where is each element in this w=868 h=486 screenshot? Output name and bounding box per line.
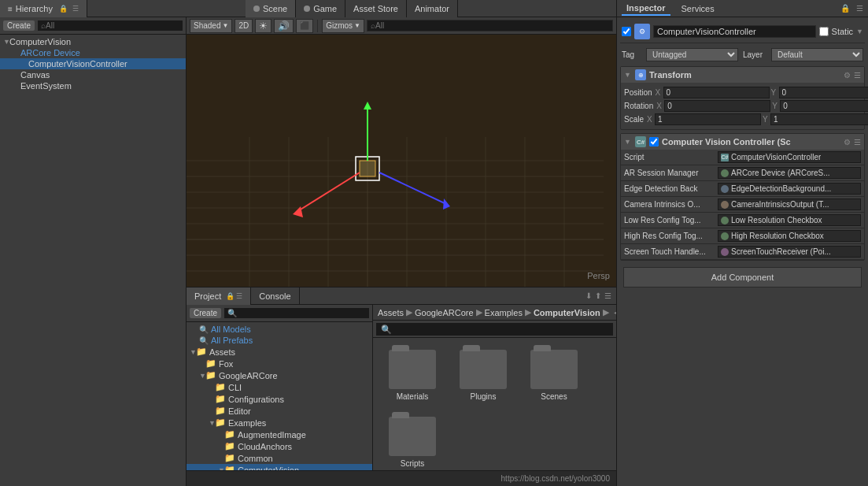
arsession-value[interactable]: ARCore Device (ARCoreS... xyxy=(718,167,861,179)
folder-scripts[interactable]: Scripts xyxy=(385,417,440,468)
sidebar-item-cloudanchors[interactable]: 📁 CloudAnchors xyxy=(187,440,372,452)
inspector-menu-icon[interactable]: ☰ xyxy=(856,4,863,13)
folder-scenes-label: Scenes xyxy=(541,392,567,401)
camera-value[interactable]: CameraIntrinsicsOutput (T... xyxy=(718,198,861,210)
object-name-input[interactable] xyxy=(653,25,816,38)
configurations-label: Configurations xyxy=(228,395,284,404)
tree-item-computervision[interactable]: ▼ ComputerVision xyxy=(0,36,186,47)
comp-settings-icon[interactable]: ⚙ xyxy=(844,138,851,147)
gizmos-dropdown[interactable]: Gizmos ▼ xyxy=(322,19,364,33)
menu-icon[interactable]: ☰ xyxy=(604,291,611,300)
tab-console[interactable]: Console xyxy=(251,288,299,305)
tag-dropdown[interactable]: Untagged xyxy=(646,48,738,61)
maximize-icon[interactable]: ⬆ xyxy=(595,291,601,300)
script-value[interactable]: C# ComputerVisionController xyxy=(718,151,861,163)
comp-enable-checkbox[interactable] xyxy=(649,137,659,147)
project-sidebar: Create 🔍 All Models 🔍 All Prefabs xyxy=(187,305,373,470)
content-search[interactable] xyxy=(376,323,613,336)
sidebar-item-editor[interactable]: 📁 Editor xyxy=(187,405,372,417)
tree-item-canvas[interactable]: Canvas xyxy=(0,69,186,80)
edge-value[interactable]: EdgeDetectionBackground... xyxy=(718,183,861,195)
folder-scenes[interactable]: Scenes xyxy=(526,350,582,401)
object-header: ⚙ Static ▼ xyxy=(620,20,865,43)
object-active-checkbox[interactable] xyxy=(622,27,631,36)
pos-y-input[interactable]: 0 xyxy=(779,87,868,98)
scene-search[interactable] xyxy=(367,20,613,32)
path-assets[interactable]: Assets xyxy=(378,308,404,317)
sidebar-item-configurations[interactable]: 📁 Configurations xyxy=(187,393,372,405)
project-create-btn[interactable]: Create xyxy=(190,308,221,318)
tree-item-cvcontroller[interactable]: ComputerVisionController xyxy=(0,58,186,69)
touch-value[interactable]: ScreenTouchReceiver (Poi... xyxy=(718,246,861,258)
lowres-value-text: Low Resolution Checkbox xyxy=(731,216,822,224)
scale-x-input[interactable]: 1 xyxy=(655,113,761,125)
folder-materials[interactable]: Materials xyxy=(385,350,440,401)
path-examples[interactable]: Examples xyxy=(485,308,523,317)
bottom-panels: Project 🔒 ☰ Console ⬇ ⬆ ☰ xyxy=(187,287,616,486)
tab-services-label: Services xyxy=(681,4,715,13)
tab-inspector[interactable]: Inspector xyxy=(622,2,670,16)
tab-asset-store[interactable]: Asset Store xyxy=(345,0,407,17)
sidebar-item-computervision[interactable]: ▼ 📁 ComputerVision xyxy=(187,464,372,470)
lowres-value[interactable]: Low Resolution Checkbox xyxy=(718,214,861,226)
lighting-btn[interactable]: ☀ xyxy=(255,19,271,33)
folder-plugins[interactable]: Plugins xyxy=(456,350,511,401)
tab-animator[interactable]: Animator xyxy=(407,0,458,17)
scale-y-input[interactable]: 1 xyxy=(770,113,868,125)
layer-dropdown[interactable]: Default xyxy=(771,48,863,61)
tree-label-eventsystem: EventSystem xyxy=(20,81,72,91)
scene-dot xyxy=(253,6,260,12)
tab-services[interactable]: Services xyxy=(677,2,719,15)
edge-value-text: EdgeDetectionBackground... xyxy=(731,184,831,193)
rot-y-input[interactable]: 0 xyxy=(780,100,868,112)
sidebar-item-examples[interactable]: ▼ 📁 Examples xyxy=(187,417,372,428)
tree-item-eventsystem[interactable]: EventSystem xyxy=(0,80,186,91)
sidebar-item-allprefabs[interactable]: 🔍 All Prefabs xyxy=(187,335,372,346)
collapse-icon[interactable]: ⬇ xyxy=(585,291,592,300)
effects-btn[interactable]: ⬛ xyxy=(296,19,313,33)
sidebar-item-augmentedimage[interactable]: 📁 AugmentedImage xyxy=(187,428,372,440)
rotation-row: Rotation X 0 Y 0 xyxy=(624,100,861,112)
persp-label: Persp xyxy=(587,271,610,280)
tab-game[interactable]: Game xyxy=(296,0,345,17)
comp-field-lowres: Low Res Config Tog... Low Resolution Che… xyxy=(621,213,864,228)
sidebar-item-allmodels[interactable]: 🔍 All Models xyxy=(187,324,372,335)
tab-scene[interactable]: Scene xyxy=(246,0,296,17)
component-section: ▼ C# Computer Vision Controller (Sc ⚙ ☰ … xyxy=(620,133,865,261)
transform-header[interactable]: ▼ ⊕ Transform ⚙ ☰ xyxy=(621,67,864,83)
audio-btn[interactable]: 🔊 xyxy=(274,19,294,33)
path-computervision[interactable]: ComputerVision xyxy=(534,308,600,317)
2d-btn[interactable]: 2D xyxy=(235,19,253,33)
sidebar-item-googlearcore[interactable]: ▼ 📁 GoogleARCore xyxy=(187,369,372,381)
transform-body: Position X 0 Y 0 xyxy=(621,83,864,129)
transform-menu-icon[interactable]: ☰ xyxy=(854,71,861,80)
sidebar-item-assets[interactable]: ▼ 📁 Assets xyxy=(187,346,372,358)
static-checkbox[interactable] xyxy=(819,27,829,36)
sidebar-item-fox[interactable]: 📁 Fox xyxy=(187,358,372,369)
sidebar-item-common[interactable]: 📁 Common xyxy=(187,452,372,464)
pos-x-input[interactable]: 0 xyxy=(663,87,770,98)
arsession-value-text: ARCore Device (ARCoreS... xyxy=(731,169,830,177)
shaded-dropdown[interactable]: Shaded ▼ xyxy=(190,19,232,33)
transform-arrow: ▼ xyxy=(624,71,632,79)
rot-x-label: X xyxy=(656,102,664,110)
tab-hierarchy[interactable]: ≡ Hierarchy 🔒 ☰ xyxy=(0,0,87,17)
tree-item-arcore[interactable]: ARCore Device xyxy=(0,47,186,58)
inspector-lock-icon[interactable]: 🔒 xyxy=(840,4,850,13)
static-label: Static xyxy=(832,27,854,36)
comp-menu-icon[interactable]: ☰ xyxy=(854,138,861,147)
project-search[interactable] xyxy=(224,308,369,318)
tab-hierarchy-label: Hierarchy xyxy=(16,4,53,13)
transform-settings-icon[interactable]: ⚙ xyxy=(844,71,851,80)
highres-value[interactable]: High Resolution Checkbox xyxy=(718,230,861,242)
path-googlearcore[interactable]: GoogleARCore xyxy=(415,308,474,317)
allmodels-label: All Models xyxy=(211,325,251,334)
add-component-btn[interactable]: Add Component xyxy=(623,267,862,288)
component-header[interactable]: ▼ C# Computer Vision Controller (Sc ⚙ ☰ xyxy=(621,134,864,150)
tab-project[interactable]: Project 🔒 ☰ xyxy=(187,288,251,305)
hierarchy-create-btn[interactable]: Create xyxy=(3,20,35,31)
sidebar-item-cli[interactable]: 📁 CLI xyxy=(187,381,372,393)
camera-value-text: CameraIntrinsicsOutput (T... xyxy=(731,200,829,209)
hierarchy-search[interactable] xyxy=(38,20,183,31)
rot-x-input[interactable]: 0 xyxy=(664,100,770,112)
